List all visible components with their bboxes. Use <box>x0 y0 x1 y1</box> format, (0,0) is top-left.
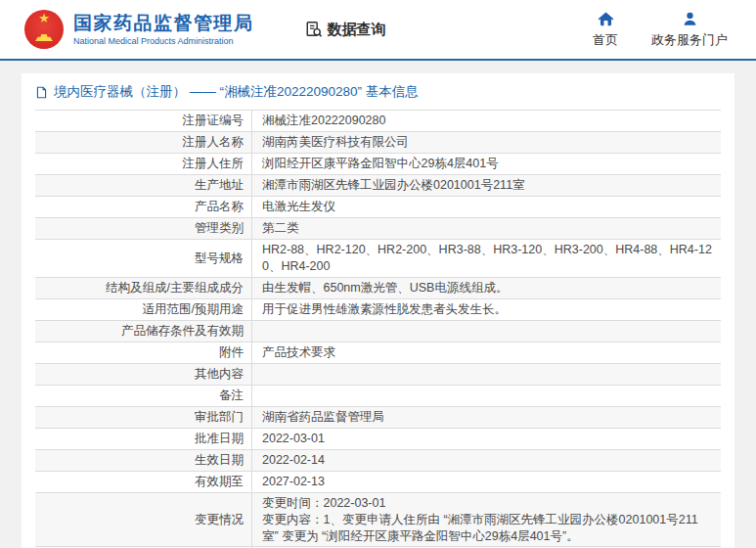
brand-text: 国家药品监督管理局 National Medical Products Admi… <box>73 13 254 46</box>
row-label-text: 生产地址 <box>195 177 244 193</box>
data-query-label: 数据查询 <box>328 21 386 39</box>
row-label-text: 结构及组成/主要组成成分 <box>106 280 244 296</box>
table-row: 批准日期2022-03-01 <box>35 429 721 450</box>
brand: ★ 国家药品监督管理局 National Medical Products Ad… <box>24 10 254 49</box>
row-label-text: 其他内容 <box>195 366 244 382</box>
breadcrumb-text: 境内医疗器械（注册） —— “湘械注准20222090280” 基本信息 <box>54 83 419 101</box>
row-label: 备注 <box>35 386 252 406</box>
table-row: 型号规格HR2-88、HR2-120、HR2-200、HR3-88、HR3-12… <box>35 240 721 278</box>
row-label: 其他内容 <box>35 364 252 385</box>
table-row: 生效日期2022-02-14 <box>35 450 721 472</box>
row-value: 用于促进男性雄激素源性脱发患者头发生长。 <box>252 299 721 320</box>
row-label-text: 管理类别 <box>195 220 244 236</box>
row-label: 审批部门 <box>35 407 252 428</box>
national-emblem-logo: ★ <box>24 10 64 49</box>
row-label: 生效日期 <box>35 450 252 471</box>
breadcrumb: 境内医疗器械（注册） —— “湘械注准20222090280” 基本信息 <box>22 73 734 110</box>
row-label: 结构及组成/主要组成成分 <box>35 278 252 298</box>
user-icon <box>681 10 699 28</box>
table-row: 附件产品技术要求 <box>35 342 721 364</box>
row-value: 2022-03-01 <box>252 429 721 449</box>
table-row: 结构及组成/主要组成成分由生发帽、650nm激光管、USB电源线组成。 <box>35 278 721 299</box>
table-row: 产品储存条件及有效期 <box>35 321 721 342</box>
row-label-text: 注册人名称 <box>183 134 245 150</box>
row-value: 变更时间：2022-03-01 变更内容：1、变更申请人住所由 “湘潭市雨湖区先… <box>252 493 721 547</box>
content-card: 境内医疗器械（注册） —— “湘械注准20222090280” 基本信息 注册证… <box>22 73 734 548</box>
row-label-text: 注册人住所 <box>183 156 245 171</box>
row-label: 注册人名称 <box>35 132 252 153</box>
site-subtitle: National Medical Products Administration <box>73 36 254 46</box>
document-icon <box>35 86 48 99</box>
row-label-text: 有效期至 <box>195 474 244 489</box>
row-label: 产品名称 <box>35 197 252 217</box>
row-label-text: 备注 <box>219 388 244 403</box>
row-value: 湘潭市雨湖区先锋工业园办公楼0201001号211室 <box>252 175 721 196</box>
document-search-icon <box>305 21 323 38</box>
row-label: 管理类别 <box>35 218 252 239</box>
table-row: 适用范围/预期用途用于促进男性雄激素源性脱发患者头发生长。 <box>35 299 721 321</box>
row-label-text: 审批部门 <box>195 409 244 425</box>
nav-gov-portal[interactable]: 政务服务门户 <box>651 10 728 49</box>
table-row: 有效期至2027-02-13 <box>35 472 721 493</box>
table-row: 备注 <box>35 386 721 407</box>
row-label: 产品储存条件及有效期 <box>35 321 252 342</box>
info-table: 注册证编号湘械注准20222090280注册人名称湖南芮美医疗科技有限公司注册人… <box>35 110 721 548</box>
row-value: 湖南省药品监督管理局 <box>252 407 721 428</box>
row-label-text: 批准日期 <box>195 431 244 446</box>
nav-gov-portal-label: 政务服务门户 <box>651 31 728 49</box>
home-icon <box>597 10 615 28</box>
emblem-star-icon: ★ <box>38 12 50 24</box>
header-nav: 首页 政务服务门户 <box>593 10 732 49</box>
header-divider <box>0 59 756 61</box>
data-query-nav[interactable]: 数据查询 <box>305 21 386 39</box>
row-value: 2022-02-14 <box>252 450 721 471</box>
row-label: 附件 <box>35 342 252 363</box>
table-row: 审批部门湖南省药品监督管理局 <box>35 407 721 429</box>
table-row: 其他内容 <box>35 364 721 386</box>
row-value: 电激光生发仪 <box>252 197 721 217</box>
row-label: 有效期至 <box>35 472 252 492</box>
row-label: 型号规格 <box>35 240 252 277</box>
table-row: 生产地址湘潭市雨湖区先锋工业园办公楼0201001号211室 <box>35 175 721 197</box>
row-value: 湘械注准20222090280 <box>252 111 721 131</box>
row-label-text: 变更情况 <box>195 512 244 527</box>
row-value <box>252 321 721 342</box>
row-value: 2027-02-13 <box>252 472 721 492</box>
row-label-text: 产品储存条件及有效期 <box>121 323 244 339</box>
emblem-gate-icon <box>35 34 53 41</box>
row-value <box>252 386 721 406</box>
row-label: 生产地址 <box>35 175 252 196</box>
row-label: 适用范围/预期用途 <box>35 299 252 320</box>
table-row: 注册人住所浏阳经开区康平路金阳智中心29栋4层401号 <box>35 154 721 175</box>
row-label-text: 产品名称 <box>195 199 244 214</box>
row-label-text: 型号规格 <box>195 251 244 266</box>
nav-home[interactable]: 首页 <box>593 10 618 49</box>
row-value <box>252 364 721 385</box>
row-value: 第二类 <box>252 218 721 239</box>
row-label: 注册证编号 <box>35 111 252 131</box>
row-value: 湖南芮美医疗科技有限公司 <box>252 132 721 153</box>
table-row: 变更情况变更时间：2022-03-01 变更内容：1、变更申请人住所由 “湘潭市… <box>35 493 721 548</box>
site-header: ★ 国家药品监督管理局 National Medical Products Ad… <box>0 0 756 59</box>
row-label-text: 生效日期 <box>195 452 244 468</box>
row-value: 浏阳经开区康平路金阳智中心29栋4层401号 <box>252 154 721 174</box>
row-value: 产品技术要求 <box>252 342 721 363</box>
table-row: 管理类别第二类 <box>35 218 721 240</box>
site-title: 国家药品监督管理局 <box>73 13 254 34</box>
row-label: 批准日期 <box>35 429 252 449</box>
row-label: 变更情况 <box>35 493 252 547</box>
nav-home-label: 首页 <box>593 31 618 49</box>
table-row: 注册人名称湖南芮美医疗科技有限公司 <box>35 132 721 154</box>
row-label-text: 适用范围/预期用途 <box>143 301 244 317</box>
row-label-text: 注册证编号 <box>183 113 245 128</box>
row-value: HR2-88、HR2-120、HR2-200、HR3-88、HR3-120、HR… <box>252 240 721 277</box>
row-value: 由生发帽、650nm激光管、USB电源线组成。 <box>252 278 721 298</box>
row-label: 注册人住所 <box>35 154 252 174</box>
table-row: 注册证编号湘械注准20222090280 <box>35 111 721 132</box>
table-row: 产品名称电激光生发仪 <box>35 197 721 218</box>
row-label-text: 附件 <box>219 344 244 360</box>
